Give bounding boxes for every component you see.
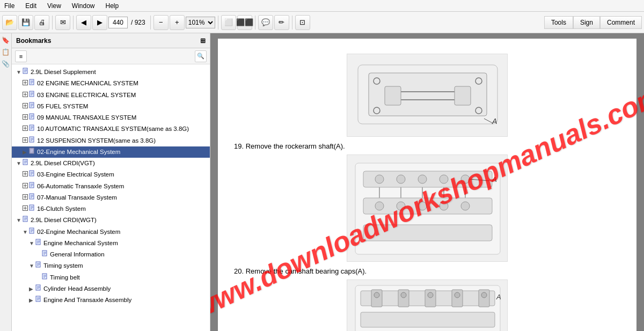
expand-icon-b8[interactable]: ▶	[23, 148, 28, 156]
bookmark-label-b9: 2.9L Diesel CRDI(VGT)	[31, 159, 95, 168]
bookmark-label-b14: 2.9L Diesel CRDI(WGT)	[31, 216, 97, 225]
expand-icon-b1[interactable]: ▼	[16, 68, 21, 76]
toolbar-email-button[interactable]: ✉	[55, 15, 70, 30]
toolbar-snapshot-button[interactable]: ⊡	[295, 15, 310, 30]
bookmark-item-b4[interactable]: 05 FUEL SYSTEM	[12, 101, 210, 112]
doc-icon-b20	[35, 284, 42, 293]
bookmark-item-b7[interactable]: 12 SUSPENSION SYSTEM(same as 3.8G)	[12, 135, 210, 146]
bookmark-item-b21[interactable]: ▶Engine And Transaxle Assembly	[12, 295, 210, 306]
expand-icon-b21[interactable]: ▶	[29, 296, 34, 304]
bookmark-item-b10[interactable]: 03-Engine Electrical System	[12, 169, 210, 180]
toolbar-zoom-in-button[interactable]: +	[170, 15, 185, 30]
panel-options-button[interactable]: ≡	[15, 50, 27, 62]
svg-rect-123	[455, 86, 471, 105]
expand-icon-b6[interactable]	[23, 125, 28, 133]
content-area[interactable]: www.downloadworkshopmanuals.com	[210, 33, 644, 331]
bookmark-item-b12[interactable]: 07-Manual Transaxle System	[12, 192, 210, 203]
panel-search-button[interactable]: 🔍	[195, 50, 207, 62]
attachment-side-icon[interactable]: 📎	[1, 59, 11, 69]
svg-text:A: A	[492, 117, 497, 126]
bookmarks-side-icon[interactable]: 🔖	[1, 35, 11, 45]
bookmark-item-b17[interactable]: General Information	[12, 249, 210, 260]
toolbar-highlight-button[interactable]: ✏	[274, 15, 289, 30]
toolbar-note-button[interactable]: 💬	[258, 15, 273, 30]
bookmark-label-b17: General Information	[50, 250, 105, 259]
expand-icon-b16[interactable]: ▼	[29, 239, 34, 247]
bookmark-item-b9[interactable]: ▼2.9L Diesel CRDI(VGT)	[12, 158, 210, 169]
bookmark-item-b8[interactable]: ▶02-Engine Mechanical System	[12, 146, 210, 158]
toolbar-single-page-button[interactable]: ⬜	[221, 15, 236, 30]
toolbar-sep-4	[218, 16, 218, 30]
toolbar-next-button[interactable]: ▶	[92, 15, 107, 30]
bookmark-label-b10: 03-Engine Electrical System	[37, 170, 114, 179]
toolbar-print-button[interactable]: 🖨	[34, 15, 49, 30]
expand-icon-b10[interactable]	[23, 171, 28, 179]
expand-icon-b3[interactable]	[23, 91, 28, 99]
toolbar-prev-button[interactable]: ◀	[76, 15, 91, 30]
expand-icon-b4[interactable]	[23, 102, 28, 111]
bookmarks-panel: Bookmarks ⊞ ≡ 🔍 ▼2.9L Diesel Supplement0…	[12, 33, 210, 331]
menu-window[interactable]: Window	[70, 1, 97, 11]
expand-icon-b15[interactable]: ▼	[23, 228, 28, 236]
tools-button[interactable]: Tools	[544, 16, 573, 29]
menu-help[interactable]: Help	[104, 1, 121, 11]
expand-icon-b12[interactable]	[23, 194, 28, 202]
bookmark-item-b15[interactable]: ▼02-Engine Mechanical System	[12, 226, 210, 238]
panel-title: Bookmarks	[16, 37, 51, 45]
menu-bar: File Edit View Window Help	[0, 0, 644, 12]
comment-button[interactable]: Comment	[600, 16, 642, 29]
menu-edit[interactable]: Edit	[23, 1, 39, 11]
bookmark-item-b6[interactable]: 10 AUTOMATIC TRANSAXLE SYSTEM(same as 3.…	[12, 123, 210, 135]
expand-icon-b7[interactable]	[23, 137, 28, 145]
sign-button[interactable]: Sign	[573, 16, 600, 29]
bookmark-label-b2: 02 ENGINE MECHANICAL SYSTEM	[37, 79, 138, 88]
bookmark-item-b20[interactable]: ▶Cylinder Head Assembly	[12, 283, 210, 295]
svg-point-158	[455, 292, 460, 298]
bookmark-label-b18: Timing system	[43, 261, 83, 270]
expand-icon-b5[interactable]	[23, 114, 28, 122]
page-number-input[interactable]	[108, 17, 128, 28]
toolbar-save-button[interactable]: 💾	[18, 15, 33, 30]
svg-point-132	[418, 175, 427, 183]
toolbar-open-button[interactable]: 📂	[2, 15, 17, 30]
bookmark-label-b15: 02-Engine Mechanical System	[37, 227, 120, 237]
bookmark-item-b13[interactable]: 16-Clutch System	[12, 203, 210, 215]
pages-side-icon[interactable]: 📋	[1, 47, 11, 57]
zoom-select[interactable]: 101%50%75%100%125%150%	[186, 17, 215, 28]
bookmark-item-b11[interactable]: 06-Automatic Transaxle System	[12, 181, 210, 192]
toolbar-sep-1	[52, 16, 53, 30]
expand-icon-b9[interactable]: ▼	[16, 159, 21, 167]
bookmark-item-b5[interactable]: 09 MANUAL TRANSAXLE SYSTEM	[12, 112, 210, 123]
bookmark-label-b6: 10 AUTOMATIC TRANSAXLE SYSTEM(same as 3.…	[37, 124, 189, 134]
doc-icon-b5	[29, 113, 35, 122]
bookmark-item-b2[interactable]: 02 ENGINE MECHANICAL SYSTEM	[12, 78, 210, 89]
bookmark-label-b3: 03 ENGINE ELECTRICAL SYSTEM	[37, 91, 136, 100]
bookmark-item-b19[interactable]: Timing belt	[12, 272, 210, 283]
bookmark-item-b14[interactable]: ▼2.9L Diesel CRDI(WGT)	[12, 215, 210, 226]
doc-icon-b9	[23, 159, 29, 168]
bookmark-item-b1[interactable]: ▼2.9L Diesel Supplement	[12, 67, 210, 78]
svg-point-136	[397, 202, 405, 210]
svg-rect-149	[361, 312, 495, 327]
doc-icon-b6	[29, 124, 35, 134]
expand-icon-b14[interactable]: ▼	[16, 216, 21, 224]
panel-expand-icon[interactable]: ⊞	[200, 37, 206, 45]
doc-icon-b14	[23, 216, 29, 225]
expand-icon-b11[interactable]	[23, 182, 28, 190]
bookmark-item-b3[interactable]: 03 ENGINE ELECTRICAL SYSTEM	[12, 90, 210, 101]
main-area: 🔖 📋 📎 Bookmarks ⊞ ≡ 🔍 ▼2.9L Diesel Suppl…	[0, 33, 644, 331]
toolbar-two-page-button[interactable]: ⬛⬛	[237, 15, 252, 30]
bookmark-label-b20: Cylinder Head Assembly	[43, 284, 111, 293]
bookmark-item-b18[interactable]: ▼Timing system	[12, 260, 210, 271]
toolbar-zoom-out-button[interactable]: −	[153, 15, 169, 30]
menu-view[interactable]: View	[45, 1, 63, 11]
menu-file[interactable]: File	[2, 1, 17, 11]
bookmark-item-b16[interactable]: ▼Engine Mechanical System	[12, 238, 210, 249]
svg-point-155	[374, 292, 379, 298]
svg-point-157	[428, 292, 433, 298]
expand-icon-b2[interactable]	[23, 79, 28, 87]
expand-icon-b13[interactable]	[23, 205, 28, 213]
expand-icon-b20[interactable]: ▶	[29, 285, 34, 293]
svg-point-130	[375, 175, 384, 183]
expand-icon-b18[interactable]: ▼	[29, 262, 34, 270]
